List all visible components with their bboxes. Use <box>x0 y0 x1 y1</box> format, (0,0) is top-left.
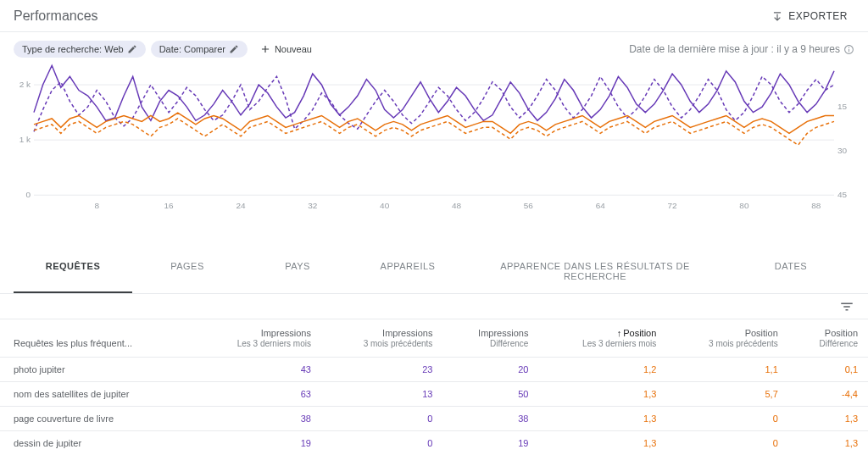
cell-query: photo jupiter <box>0 358 193 382</box>
cell-pos-cur: 1,3 <box>538 382 666 407</box>
download-icon <box>771 10 783 22</box>
col-pos-cur[interactable]: ↑PositionLes 3 derniers mois <box>538 319 666 358</box>
cell-imp-cur: 43 <box>193 358 321 382</box>
cell-pos-diff: 1,3 <box>788 407 868 431</box>
svg-text:45: 45 <box>837 190 848 199</box>
cell-pos-prev: 5,7 <box>666 382 787 407</box>
chart-svg: 01 k2 k153045816243240485664728088 <box>14 63 854 214</box>
svg-text:80: 80 <box>739 201 749 210</box>
chip-new-label: Nouveau <box>275 44 312 54</box>
cell-imp-diff: 38 <box>442 407 538 431</box>
cell-imp-diff: 19 <box>442 431 538 456</box>
cell-pos-prev: 1,1 <box>666 358 787 382</box>
svg-text:48: 48 <box>452 201 462 210</box>
pencil-icon <box>229 44 239 54</box>
page-title: Performances <box>14 8 98 24</box>
tab-appareils[interactable]: APPAREILS <box>353 251 463 293</box>
toolbar: Type de recherche: Web Date: Comparer No… <box>0 32 868 61</box>
chart[interactable]: 01 k2 k153045816243240485664728088 <box>0 61 868 214</box>
svg-text:88: 88 <box>811 201 821 210</box>
table-row[interactable]: page couverture de livre380381,301,3 <box>0 407 868 431</box>
cell-pos-cur: 1,2 <box>538 358 666 382</box>
update-info: Date de la dernière mise à jour : il y a… <box>629 43 840 55</box>
arrow-up-icon: ↑ <box>617 328 622 338</box>
tabs: REQUÊTES PAGES PAYS APPAREILS APPARENCE … <box>0 251 868 294</box>
svg-text:24: 24 <box>236 201 246 210</box>
table-row[interactable]: dessin de jupiter190191,301,3 <box>0 431 868 456</box>
cell-pos-cur: 1,3 <box>538 407 666 431</box>
col-pos-prev[interactable]: Position3 mois précédents <box>666 319 787 358</box>
svg-text:30: 30 <box>837 146 848 155</box>
svg-text:16: 16 <box>164 201 175 210</box>
export-label: EXPORTER <box>788 10 848 22</box>
col-imp-cur[interactable]: ImpressionsLes 3 derniers mois <box>193 319 321 358</box>
svg-text:32: 32 <box>308 201 318 210</box>
tab-dates[interactable]: DATES <box>727 251 854 293</box>
svg-text:40: 40 <box>380 201 390 210</box>
cell-imp-prev: 23 <box>321 358 442 382</box>
cell-imp-cur: 63 <box>193 382 321 407</box>
chip-date[interactable]: Date: Comparer <box>151 41 248 58</box>
svg-text:1 k: 1 k <box>19 135 31 144</box>
chip-search-type[interactable]: Type de recherche: Web <box>14 41 146 58</box>
svg-text:64: 64 <box>596 201 606 210</box>
data-table: Requêtes les plus fréquent... Impression… <box>0 319 868 455</box>
cell-pos-diff: 1,3 <box>788 431 868 456</box>
pencil-icon <box>127 44 137 54</box>
filter-icon[interactable] <box>839 299 854 314</box>
tab-requetes[interactable]: REQUÊTES <box>14 251 132 293</box>
tab-pays[interactable]: PAYS <box>242 251 353 293</box>
cell-imp-diff: 50 <box>442 382 538 407</box>
col-pos-diff[interactable]: PositionDifférence <box>788 319 868 358</box>
cell-imp-prev: 0 <box>321 431 442 456</box>
cell-imp-prev: 0 <box>321 407 442 431</box>
cell-imp-diff: 20 <box>442 358 538 382</box>
cell-query: page couverture de livre <box>0 407 193 431</box>
svg-text:72: 72 <box>668 201 678 210</box>
tab-apparence[interactable]: APPARENCE DANS LES RÉSULTATS DE RECHERCH… <box>463 251 727 293</box>
svg-text:0: 0 <box>25 190 31 199</box>
filter-row <box>0 294 868 319</box>
export-button[interactable]: EXPORTER <box>765 5 854 27</box>
table-header-row: Requêtes les plus fréquent... Impression… <box>0 319 868 358</box>
cell-imp-cur: 38 <box>193 407 321 431</box>
cell-pos-prev: 0 <box>666 407 787 431</box>
table-row[interactable]: photo jupiter4323201,21,10,1 <box>0 358 868 382</box>
svg-text:2 k: 2 k <box>19 80 31 89</box>
cell-pos-cur: 1,3 <box>538 431 666 456</box>
col-imp-prev[interactable]: Impressions3 mois précédents <box>321 319 442 358</box>
svg-text:15: 15 <box>837 102 848 111</box>
cell-pos-prev: 0 <box>666 431 787 456</box>
header-bar: Performances EXPORTER <box>0 0 868 32</box>
svg-text:8: 8 <box>94 201 99 210</box>
plus-icon <box>259 43 271 55</box>
chip-label: Type de recherche: Web <box>22 44 124 54</box>
svg-text:56: 56 <box>524 201 534 210</box>
col-query[interactable]: Requêtes les plus fréquent... <box>0 319 193 358</box>
info-icon[interactable] <box>843 44 854 55</box>
table-row[interactable]: nom des satellites de jupiter6313501,35,… <box>0 382 868 407</box>
tab-pages[interactable]: PAGES <box>132 251 242 293</box>
col-imp-diff[interactable]: ImpressionsDifférence <box>442 319 538 358</box>
cell-query: dessin de jupiter <box>0 431 193 456</box>
cell-query: nom des satellites de jupiter <box>0 382 193 407</box>
cell-imp-cur: 19 <box>193 431 321 456</box>
chip-label: Date: Comparer <box>159 44 225 54</box>
cell-pos-diff: -4,4 <box>788 382 868 407</box>
cell-imp-prev: 13 <box>321 382 442 407</box>
cell-pos-diff: 0,1 <box>788 358 868 382</box>
chip-new[interactable]: Nouveau <box>253 40 319 58</box>
